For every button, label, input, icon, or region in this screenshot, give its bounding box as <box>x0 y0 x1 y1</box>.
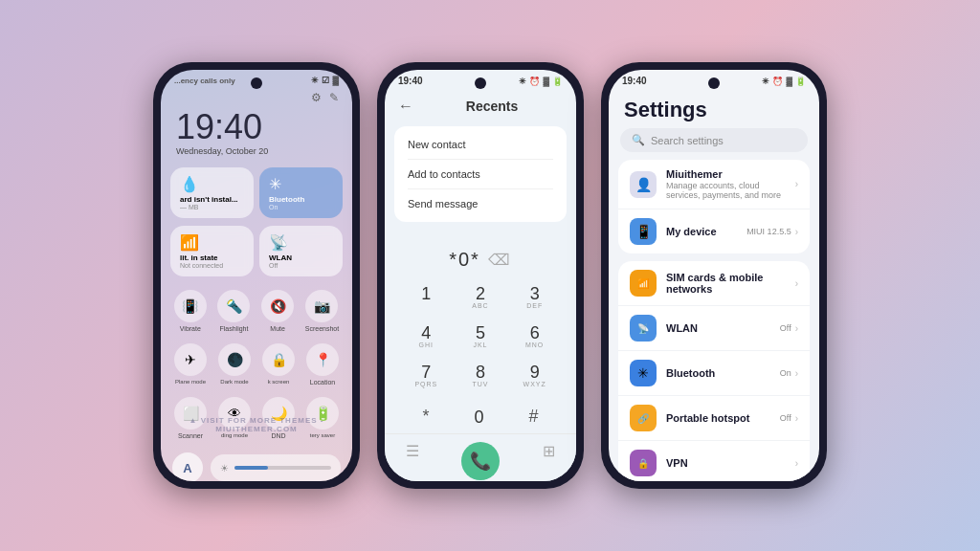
screenshot-btn[interactable]: 📷 Screenshot <box>305 290 339 332</box>
brightness-icon: ☀ <box>220 463 229 474</box>
bluetooth-status-icon: ✳ <box>311 76 319 85</box>
bluetooth-tile[interactable]: ✳ Bluetooth On <box>259 167 343 218</box>
vpn-row[interactable]: 🔒 VPN › <box>618 441 810 481</box>
new-contact-item[interactable]: New contact <box>408 130 553 160</box>
brightness-control[interactable]: ☀ <box>211 454 341 481</box>
account-row[interactable]: 👤 Miuithemer Manage accounts, cloud serv… <box>618 160 810 209</box>
dial-display: *0* ⌫ <box>385 237 576 278</box>
sim-networks-row[interactable]: 📶 SIM cards & mobile networks › <box>618 261 810 306</box>
plane-mode-btn[interactable]: ✈ Plane mode <box>174 343 207 386</box>
my-device-chevron-icon: › <box>795 227 798 237</box>
key-3[interactable]: 3 DEF <box>508 278 561 316</box>
dark-mode-btn[interactable]: 🌑 Dark mode <box>218 343 251 386</box>
flashlight-label: Flashlight <box>219 325 248 332</box>
dark-mode-icon: 🌑 <box>218 343 251 376</box>
mute-label: Mute <box>270 325 285 332</box>
clock-date: Wednesday, October 20 <box>176 146 337 156</box>
back-button[interactable]: ← <box>398 98 413 115</box>
key-8-letters: TUV <box>472 381 488 387</box>
bluetooth-row[interactable]: ✳ Bluetooth On › <box>618 351 810 396</box>
brightness-track <box>234 466 331 470</box>
hotspot-icon: 🔗 <box>630 405 657 431</box>
send-message-item[interactable]: Send message <box>408 189 553 218</box>
key-0[interactable]: 0 <box>474 402 483 432</box>
call-icon: 📞 <box>470 451 491 472</box>
hotspot-content: Portable hotspot <box>666 412 770 424</box>
icon-row-2: ✈ Plane mode 🌑 Dark mode 🔒 k screen 📍 Lo… <box>161 338 352 391</box>
hotspot-row[interactable]: 🔗 Portable hotspot Off › <box>618 396 810 441</box>
my-device-row[interactable]: 📱 My device MIUI 12.5.5 › <box>618 209 810 253</box>
settings-page-title: Settings <box>609 90 819 128</box>
wlan-right: Off › <box>780 323 798 334</box>
phone1-carrier: ...ency calls only <box>174 77 235 85</box>
wlan-label: WLAN <box>269 253 333 262</box>
wlan-row[interactable]: 📡 WLAN Off › <box>618 306 810 351</box>
sim-content: SIM cards & mobile networks <box>666 272 786 295</box>
bluetooth-status-badge: On <box>780 368 791 378</box>
hotspot-chevron-icon: › <box>795 413 798 424</box>
account-icon: 👤 <box>635 177 652 192</box>
key-4[interactable]: 4 GHI <box>400 318 453 355</box>
lock-top-icons: ⚙ ✎ <box>161 89 352 106</box>
key-8[interactable]: 8 TUV <box>455 357 507 394</box>
nav-menu-icon[interactable]: ☰ <box>406 442 419 480</box>
bluetooth-tile-status: On <box>269 204 333 210</box>
flashlight-icon: 🔦 <box>217 290 250 322</box>
assistant-btn[interactable]: A <box>172 452 203 481</box>
spacer <box>385 226 576 237</box>
phone3-camera-notch <box>708 77 720 89</box>
wlan-chevron-icon: › <box>795 323 798 334</box>
phone2-camera-notch <box>475 77 486 89</box>
mute-btn[interactable]: 🔇 Mute <box>261 290 294 332</box>
mobile-icon: 📶 <box>180 233 244 252</box>
edit-shortcut-icon[interactable]: ✎ <box>329 91 339 104</box>
phone-2: 19:40 ✳ ⏰ ▓ 🔋 ← Recents New contact Add … <box>377 62 584 489</box>
hash-symbol: # <box>528 407 538 427</box>
key-5-num: 5 <box>476 324 485 342</box>
key-4-letters: GHI <box>419 342 434 348</box>
brightness-fill <box>234 466 268 470</box>
location-btn[interactable]: 📍 Location <box>306 343 339 386</box>
nav-grid-icon[interactable]: ⊞ <box>543 442 555 480</box>
account-name: Miuithemer <box>666 168 786 180</box>
key-7-letters: PQRS <box>414 381 437 387</box>
delete-button[interactable]: ⌫ <box>488 251 512 269</box>
key-1[interactable]: 1 <box>400 278 453 316</box>
my-device-icon: 📱 <box>630 218 657 245</box>
phone2-screen: 19:40 ✳ ⏰ ▓ 🔋 ← Recents New contact Add … <box>385 70 576 481</box>
battery-status-icon: ▓ <box>332 76 339 85</box>
settings-shortcut-icon[interactable]: ⚙ <box>311 91 322 104</box>
phone2-bt-icon: ✳ <box>519 77 526 86</box>
lock-screen-label: k screen <box>268 379 290 385</box>
recent-actions-card: New contact Add to contacts Send message <box>394 126 567 222</box>
zero-num: 0 <box>474 408 483 426</box>
star-symbol: * <box>422 407 429 427</box>
key-2[interactable]: 2 ABC <box>455 278 507 316</box>
key-6[interactable]: 6 MNO <box>508 318 561 355</box>
key-5[interactable]: 5 JKL <box>455 318 507 355</box>
data-tile[interactable]: 💧 ard isn't instal... — MB <box>170 167 254 218</box>
vibrate-btn[interactable]: 📳 Vibrate <box>174 290 207 332</box>
lock-screen-btn[interactable]: 🔒 k screen <box>262 343 295 386</box>
key-3-letters: DEF <box>526 302 543 309</box>
phone2-alarm-icon: ⏰ <box>529 77 540 86</box>
call-button[interactable]: 📞 <box>461 442 500 480</box>
key-9-num: 9 <box>530 364 540 381</box>
key-4-num: 4 <box>421 324 431 342</box>
phone2-wifi-icon: ▓ <box>543 77 549 86</box>
settings-search-bar[interactable]: 🔍 Search settings <box>620 128 808 152</box>
key-7[interactable]: 7 PQRS <box>400 357 453 394</box>
mobile-data-tile[interactable]: 📶 lit. in state Not connected <box>170 226 254 276</box>
key-star[interactable]: * <box>422 400 429 433</box>
data-label: ard isn't instal... <box>180 195 244 204</box>
flashlight-btn[interactable]: 🔦 Flashlight <box>217 290 250 332</box>
phones-container: ...ency calls only ✳ ☑ ▓ ⚙ ✎ 19:40 Wedne… <box>153 62 827 489</box>
add-to-contacts-item[interactable]: Add to contacts <box>408 160 553 189</box>
search-icon: 🔍 <box>632 134 645 146</box>
key-9[interactable]: 9 WXYZ <box>508 357 561 394</box>
account-sub: Manage accounts, cloud services, payment… <box>666 181 786 200</box>
screenshot-label: Screenshot <box>305 325 339 332</box>
wlan-tile[interactable]: 📡 WLAN Off <box>259 226 343 276</box>
key-hash[interactable]: # <box>528 400 538 433</box>
vpn-content: VPN <box>666 457 786 469</box>
